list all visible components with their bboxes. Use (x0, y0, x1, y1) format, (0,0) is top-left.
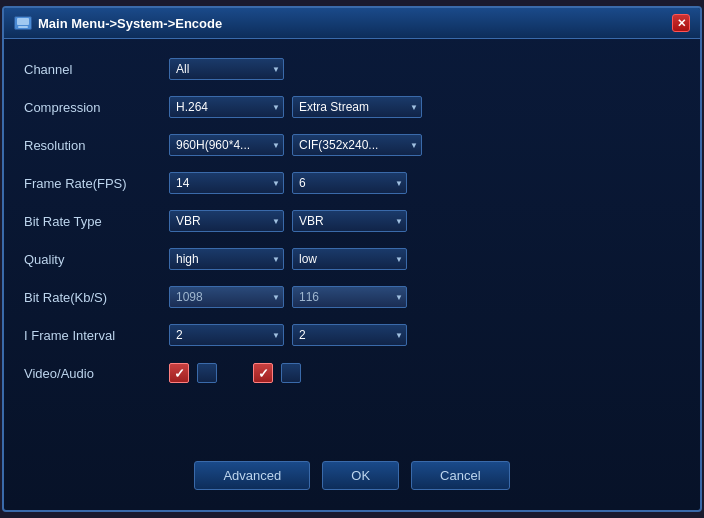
bit-rate-type-label: Bit Rate Type (24, 214, 169, 229)
compression-select1[interactable]: H.264 H.265 MJPEG (169, 96, 284, 118)
bit-rate-type-select2-wrapper[interactable]: VBR CBR (292, 210, 407, 232)
frame-rate-select1[interactable]: 14 1 2 4 6 8 10 12 15 (169, 172, 284, 194)
compression-label: Compression (24, 100, 169, 115)
stream2-checkboxes (253, 363, 301, 383)
main-dialog: Main Menu->System->Encode ✕ Channel All … (2, 6, 702, 512)
title-bar: Main Menu->System->Encode ✕ (4, 8, 700, 39)
form-content: Channel All 1 2 3 4 Compression (4, 39, 700, 411)
bit-rate-type-select1-wrapper[interactable]: VBR CBR (169, 210, 284, 232)
frame-rate-label: Frame Rate(FPS) (24, 176, 169, 191)
bit-rate-label: Bit Rate(Kb/S) (24, 290, 169, 305)
quality-select1[interactable]: high highest medium low lowest (169, 248, 284, 270)
resolution-select1[interactable]: 960H(960*4... 1080P 720P D1 (169, 134, 284, 156)
channel-select[interactable]: All 1 2 3 4 (169, 58, 284, 80)
frame-rate-select2-wrapper[interactable]: 6 1 2 4 8 10 12 15 (292, 172, 407, 194)
advanced-button[interactable]: Advanced (194, 461, 310, 490)
bit-rate-row: Bit Rate(Kb/S) (24, 282, 680, 312)
i-frame-select1-wrapper[interactable]: 2 1 3 4 5 (169, 324, 284, 346)
video-audio-row: Video/Audio (24, 358, 680, 388)
quality-select2-wrapper[interactable]: low highest high medium lowest (292, 248, 407, 270)
bit-rate-input2-wrapper (292, 286, 407, 308)
audio1-checkbox[interactable] (197, 363, 217, 383)
resolution-select2-wrapper[interactable]: CIF(352x240... QCIF(176x120) D1 (292, 134, 422, 156)
audio2-checkbox[interactable] (281, 363, 301, 383)
compression-row: Compression H.264 H.265 MJPEG Extra Stre… (24, 92, 680, 122)
close-button[interactable]: ✕ (672, 14, 690, 32)
i-frame-label: I Frame Interval (24, 328, 169, 343)
cancel-button[interactable]: Cancel (411, 461, 509, 490)
bit-rate-input1 (169, 286, 284, 308)
frame-rate-row: Frame Rate(FPS) 14 1 2 4 6 8 10 12 15 (24, 168, 680, 198)
channel-label: Channel (24, 62, 169, 77)
bit-rate-type-select1[interactable]: VBR CBR (169, 210, 284, 232)
quality-select1-wrapper[interactable]: high highest medium low lowest (169, 248, 284, 270)
dialog-title: Main Menu->System->Encode (38, 16, 222, 31)
channel-row: Channel All 1 2 3 4 (24, 54, 680, 84)
bit-rate-type-select2[interactable]: VBR CBR (292, 210, 407, 232)
channel-select-wrapper[interactable]: All 1 2 3 4 (169, 58, 284, 80)
resolution-select2[interactable]: CIF(352x240... QCIF(176x120) D1 (292, 134, 422, 156)
i-frame-select2[interactable]: 2 1 3 4 5 (292, 324, 407, 346)
compression-select1-wrapper[interactable]: H.264 H.265 MJPEG (169, 96, 284, 118)
video2-checkbox[interactable] (253, 363, 273, 383)
frame-rate-select2[interactable]: 6 1 2 4 8 10 12 15 (292, 172, 407, 194)
frame-rate-select1-wrapper[interactable]: 14 1 2 4 6 8 10 12 15 (169, 172, 284, 194)
i-frame-row: I Frame Interval 2 1 3 4 5 2 1 3 (24, 320, 680, 350)
compression-select2[interactable]: Extra Stream Main Stream (292, 96, 422, 118)
ok-button[interactable]: OK (322, 461, 399, 490)
quality-row: Quality high highest medium low lowest l… (24, 244, 680, 274)
resolution-row: Resolution 960H(960*4... 1080P 720P D1 C… (24, 130, 680, 160)
bit-rate-input2 (292, 286, 407, 308)
resolution-select1-wrapper[interactable]: 960H(960*4... 1080P 720P D1 (169, 134, 284, 156)
svg-rect-0 (17, 18, 29, 25)
resolution-label: Resolution (24, 138, 169, 153)
bit-rate-input1-wrapper (169, 286, 284, 308)
stream1-checkboxes (169, 363, 217, 383)
bit-rate-type-row: Bit Rate Type VBR CBR VBR CBR (24, 206, 680, 236)
i-frame-select2-wrapper[interactable]: 2 1 3 4 5 (292, 324, 407, 346)
title-icon (14, 16, 32, 30)
svg-rect-1 (18, 26, 28, 28)
video1-checkbox[interactable] (169, 363, 189, 383)
quality-select2[interactable]: low highest high medium lowest (292, 248, 407, 270)
video-audio-label: Video/Audio (24, 366, 169, 381)
compression-select2-wrapper[interactable]: Extra Stream Main Stream (292, 96, 422, 118)
quality-label: Quality (24, 252, 169, 267)
i-frame-select1[interactable]: 2 1 3 4 5 (169, 324, 284, 346)
footer: Advanced OK Cancel (4, 441, 700, 510)
